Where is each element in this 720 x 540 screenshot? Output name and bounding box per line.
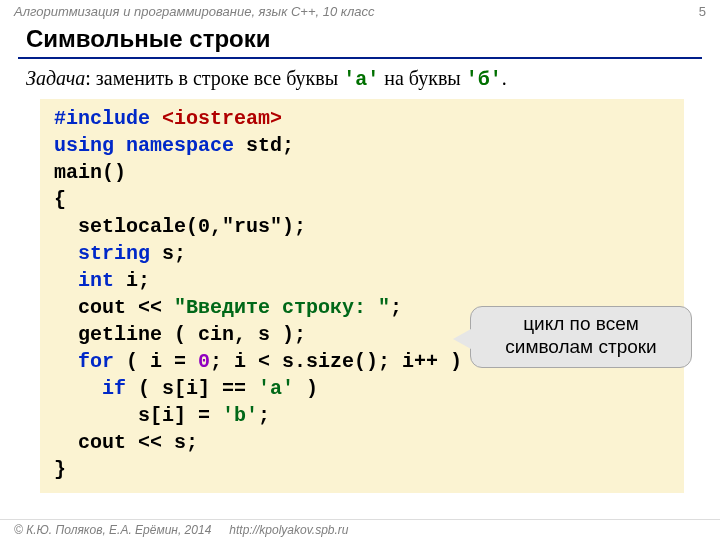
task-text-before: : заменить в строке все буквы	[85, 67, 343, 89]
callout-line-2: символам строки	[481, 336, 681, 359]
copyright: © К.Ю. Поляков, Е.А. Ерёмин, 2014	[14, 523, 211, 537]
tok-cout2: cout << s;	[54, 431, 198, 454]
course-title: Алгоритмизация и программирование, язык …	[14, 4, 374, 19]
tok-string-lit: "Введите строку: "	[174, 296, 390, 319]
tok-if-open: ( s[i] ==	[126, 377, 258, 400]
header-bar: Алгоритмизация и программирование, язык …	[0, 0, 720, 21]
tok-var-i: i;	[114, 269, 150, 292]
tok-assign-open: s[i] =	[54, 404, 222, 427]
tok-semi1: ;	[390, 296, 402, 319]
tok-zero: 0	[198, 350, 210, 373]
tok-var-s: s;	[150, 242, 186, 265]
tok-iostream: <iostream>	[162, 107, 282, 130]
tok-main: main()	[54, 161, 126, 184]
footer: © К.Ю. Поляков, Е.А. Ерёмин, 2014 http:/…	[0, 519, 720, 540]
tok-if-kw: if	[102, 377, 126, 400]
tok-char-b: 'b'	[222, 404, 258, 427]
tok-setlocale: setlocale(0,"rus");	[54, 215, 306, 238]
task-statement: Задача: заменить в строке все буквы 'а' …	[0, 59, 720, 91]
slide-title: Символьные строки	[0, 21, 720, 53]
tok-indent-7	[54, 269, 78, 292]
tok-for-rest: ; i < s.size(); i++ )	[210, 350, 462, 373]
tok-int-kw: int	[78, 269, 114, 292]
page-number: 5	[699, 4, 706, 19]
tok-cout1: cout <<	[54, 296, 174, 319]
tok-using: using namespace	[54, 134, 234, 157]
code-content: #include <iostream> using namespace std;…	[54, 105, 670, 483]
task-text-mid: на буквы	[379, 67, 466, 89]
tok-indent-10	[54, 350, 78, 373]
tok-semi2: ;	[258, 404, 270, 427]
tok-brace-open: {	[54, 188, 66, 211]
tok-indent-11	[54, 377, 102, 400]
tok-for-open: ( i =	[114, 350, 198, 373]
tok-std: std;	[234, 134, 294, 157]
tok-getline-args: ( cin, s );	[162, 323, 306, 346]
tok-include: #include	[54, 107, 162, 130]
callout-line-1: цикл по всем	[481, 313, 681, 336]
task-label: Задача	[26, 67, 85, 89]
tok-string-kw: string	[78, 242, 150, 265]
task-char-b: 'б'	[466, 68, 502, 91]
task-text-after: .	[502, 67, 507, 89]
tok-indent-6	[54, 242, 78, 265]
tok-brace-close: }	[54, 458, 66, 481]
tok-getline: getline	[54, 323, 162, 346]
task-char-a: 'а'	[343, 68, 379, 91]
tok-char-a: 'а'	[258, 377, 294, 400]
code-block: #include <iostream> using namespace std;…	[40, 99, 684, 493]
tok-for-kw: for	[78, 350, 114, 373]
footer-url: http://kpolyakov.spb.ru	[229, 523, 348, 537]
callout-bubble: цикл по всем символам строки	[470, 306, 692, 368]
tok-if-close: )	[294, 377, 318, 400]
